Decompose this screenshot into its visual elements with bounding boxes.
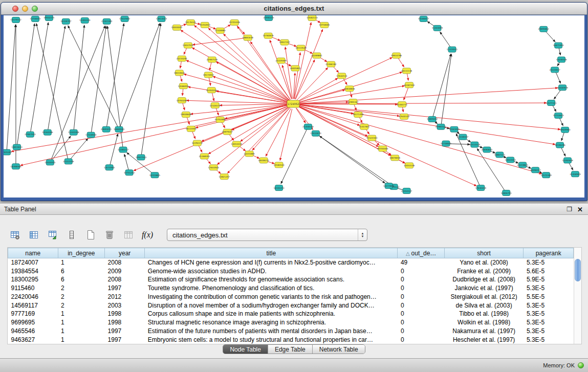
graph-node[interactable]: 11526574 — [210, 103, 221, 108]
graph-node[interactable]: 18396157 — [530, 167, 541, 173]
graph-node[interactable]: 19932375 — [43, 15, 55, 20]
graph-node[interactable]: 19164266 — [42, 129, 53, 135]
graph-node[interactable]: 22231880 — [244, 151, 255, 157]
graph-node[interactable]: 22997578 — [207, 57, 218, 62]
graph-node[interactable]: 16106296 — [554, 142, 565, 148]
graph-node[interactable]: 13053148 — [404, 163, 415, 168]
network-window-titlebar[interactable]: citations_edges.txt — [1, 3, 587, 15]
graph-node[interactable]: 21466182 — [325, 61, 337, 67]
network-canvas[interactable]: 1457972210756054199323751610870712285039… — [4, 15, 584, 198]
tab-node-table[interactable]: Node Table — [223, 345, 268, 354]
graph-node[interactable]: 22987934 — [25, 132, 36, 137]
row-list-icon[interactable] — [65, 228, 78, 242]
graph-node[interactable]: 14584544 — [273, 162, 285, 168]
graph-node[interactable]: 17635281 — [4, 149, 12, 155]
graph-node[interactable]: 16113529 — [295, 45, 307, 51]
tab-edge-table[interactable]: Edge Table — [268, 345, 312, 354]
graph-node[interactable]: 19929964 — [559, 127, 571, 133]
table-row[interactable]: 969969511998Structural magnetic resonanc… — [8, 318, 574, 327]
column-header-pagerank[interactable]: pagerank — [524, 248, 574, 258]
table-select-dropdown[interactable]: citations_edges.txt ▲ ▼ — [167, 229, 367, 241]
graph-node[interactable]: 19166677 — [418, 16, 429, 21]
table-scrollbar-thumb[interactable] — [575, 259, 581, 281]
column-header-year[interactable]: year — [105, 248, 145, 258]
graph-node[interactable]: 18398568 — [10, 164, 21, 169]
graph-node[interactable]: 13814024 — [156, 16, 167, 21]
combo-stepper-icon[interactable]: ▲ ▼ — [358, 229, 367, 240]
graph-node[interactable]: 15350242 — [206, 87, 217, 93]
graph-node[interactable]: 17630459 — [475, 185, 487, 191]
graph-node[interactable]: 14582133 — [307, 15, 318, 20]
new-column-icon[interactable] — [84, 228, 97, 242]
function-builder-icon[interactable]: f(x) — [141, 228, 154, 242]
graph-node[interactable]: 1724062 — [287, 100, 299, 107]
graph-node[interactable]: 13818846 — [344, 86, 355, 92]
graph-node[interactable]: 12282628 — [562, 158, 573, 163]
graph-node[interactable]: 15347831 — [359, 124, 370, 129]
graph-node[interactable]: 13048326 — [556, 57, 567, 62]
graph-node[interactable]: 21463771 — [397, 102, 408, 107]
graph-node[interactable]: 16108707 — [60, 18, 72, 24]
graph-node[interactable]: 15343009 — [432, 25, 443, 31]
graph-node[interactable]: 11524163 — [366, 135, 378, 141]
tab-network-table[interactable]: Network Table — [312, 345, 365, 354]
import-table-icon[interactable] — [46, 228, 59, 242]
rename-column-icon[interactable] — [122, 228, 135, 242]
graph-node[interactable]: 19171499 — [353, 112, 364, 117]
table-row[interactable]: 1456911722003Disruption of a novel membe… — [8, 301, 574, 310]
graph-node[interactable]: 16879227 — [222, 129, 233, 135]
graph-node[interactable]: 13043504 — [505, 157, 516, 163]
graph-node[interactable]: 15338187 — [458, 134, 469, 140]
graph-node[interactable]: 17640103 — [399, 114, 410, 119]
graph-node[interactable]: 10753643 — [553, 113, 564, 118]
citation-network-graph[interactable]: 1457972210756054199323751610870712285039… — [4, 15, 584, 198]
graph-node[interactable]: 13821257 — [219, 174, 230, 180]
table-row[interactable]: 1830029562008Estimation of significance … — [8, 275, 574, 284]
table-scrollbar[interactable] — [574, 248, 581, 344]
column-header-name[interactable]: name — [8, 248, 58, 258]
graph-node[interactable]: 10751232 — [124, 170, 135, 176]
table-row[interactable]: 946362711997Embryonic stem cells: a mode… — [8, 335, 574, 344]
graph-node[interactable]: 16881638 — [243, 35, 254, 40]
graph-node[interactable]: 10756054 — [30, 16, 41, 21]
show-columns-icon[interactable] — [27, 228, 40, 242]
table-row[interactable]: 977716911998Corpus callosum shape and si… — [8, 310, 574, 318]
graph-node[interactable]: 14586955 — [178, 83, 189, 89]
graph-node[interactable]: 17632870 — [310, 130, 321, 136]
graph-node[interactable]: 17644925 — [208, 165, 220, 170]
graph-node[interactable]: 18410623 — [174, 70, 185, 76]
table-row[interactable]: 1938455462009Genome-wide association stu… — [8, 267, 574, 275]
table-mode-icon[interactable] — [8, 228, 21, 242]
graph-node[interactable]: 22990345 — [263, 15, 274, 20]
graph-node[interactable]: 10763287 — [177, 98, 188, 103]
graph-node[interactable]: 12285039 — [79, 17, 91, 23]
graph-node[interactable]: 12280217 — [118, 147, 129, 152]
graph-node[interactable]: 13055559 — [231, 141, 243, 147]
graph-node[interactable]: 16115940 — [186, 126, 197, 132]
graph-node[interactable]: 19927553 — [136, 155, 147, 160]
graph-node[interactable]: 14574900 — [104, 165, 115, 170]
graph-node[interactable]: 20705306 — [229, 19, 241, 25]
graph-node[interactable]: 16871994 — [553, 42, 564, 48]
table-row[interactable]: 946554611997Estimation of the future num… — [8, 327, 574, 336]
graph-node[interactable]: 16867172 — [494, 152, 506, 158]
graph-node[interactable]: 12287450 — [404, 82, 415, 88]
graph-node[interactable]: 10748821 — [441, 141, 452, 146]
graph-node[interactable]: 20693251 — [101, 126, 112, 132]
graph-node[interactable]: 18400979 — [557, 85, 568, 91]
graph-node[interactable]: 14577311 — [546, 100, 557, 106]
graph-node[interactable]: 11528985 — [215, 28, 226, 33]
graph-node[interactable]: 14572489 — [540, 172, 552, 178]
graph-node[interactable]: 19934786 — [391, 53, 402, 58]
table-row[interactable]: 2242004622012Investigating the contribut… — [8, 293, 574, 301]
graph-node[interactable]: 22219825 — [517, 162, 529, 168]
graph-node[interactable]: 13806791 — [501, 190, 512, 196]
graph-node[interactable]: 20700484 — [377, 146, 388, 151]
graph-node[interactable]: 19937197 — [279, 39, 290, 45]
graph-node[interactable]: 16103885 — [149, 172, 161, 178]
graph-node[interactable]: 11514519 — [469, 142, 481, 147]
graph-node[interactable]: 21456538 — [302, 124, 314, 129]
graph-node[interactable]: 16111118 — [401, 68, 412, 74]
graph-node[interactable]: 22229469 — [275, 58, 287, 63]
graph-node[interactable]: 19939608 — [181, 112, 192, 117]
